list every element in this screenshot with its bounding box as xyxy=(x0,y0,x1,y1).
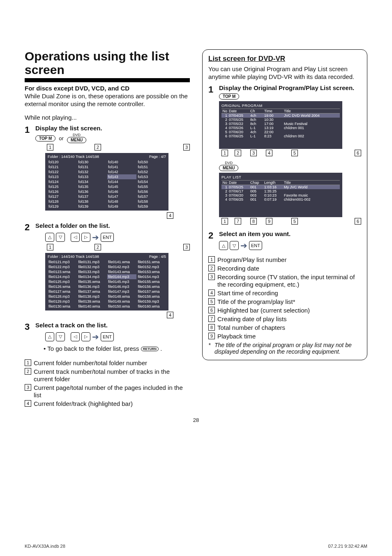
ent-button[interactable]: ENT xyxy=(101,233,114,242)
file-cell: file0156.wma xyxy=(137,284,166,289)
return-button[interactable]: RETURN xyxy=(141,347,159,351)
callout-2: 2 xyxy=(95,144,101,151)
file-cell: file0135.wma xyxy=(78,279,107,284)
down-button[interactable]: ▽ xyxy=(56,233,65,242)
folder-cell: fol147 xyxy=(107,194,136,199)
op-row: 107/04/254ch19:00JVC DVD World 2004 xyxy=(221,114,340,118)
folder-cell: fol138 xyxy=(78,199,107,204)
op-row: 607/06/25L-18:23children 002 xyxy=(221,134,340,138)
menu-button[interactable]: MENU xyxy=(219,165,238,171)
folder-cell: fol139 xyxy=(78,204,107,209)
file-cell: file0129.mp3 xyxy=(48,299,77,304)
legend-item: 1Program/Play list number xyxy=(208,256,361,264)
file-list-screen: Folder : 144/240 Track 144/198 Page : 4/… xyxy=(45,253,168,310)
file-cell: file0138.mp3 xyxy=(78,294,107,299)
right-button[interactable]: ▷ xyxy=(81,332,90,341)
ent-button[interactable]: ENT xyxy=(249,241,262,250)
file-cell: file0151.wma xyxy=(137,259,166,264)
callout-3: 3 xyxy=(183,244,190,250)
folder-cell: fol149 xyxy=(107,204,136,209)
file-cell: file0139.wma xyxy=(78,299,107,304)
ent-button[interactable]: ENT xyxy=(101,332,114,341)
left-button[interactable]: ◁ xyxy=(71,233,80,242)
up-button[interactable]: △ xyxy=(45,332,54,341)
folder-cell: fol135 xyxy=(78,184,107,189)
folder-cell: fol153 xyxy=(137,174,166,179)
file-cell: file0123.wma xyxy=(48,269,77,274)
file-cell: file0132.mp3 xyxy=(78,264,107,269)
topm-button[interactable]: TOP M xyxy=(35,135,55,141)
legend-item: 6Highlighted bar (current selection) xyxy=(208,307,361,314)
file-cell: file0150.wma xyxy=(107,304,136,309)
folder-cell: fol158 xyxy=(137,199,166,204)
file-cell: file0153.wma xyxy=(137,269,166,274)
arrow-icon: ➔ xyxy=(92,332,99,342)
file-cell: file0157.wma xyxy=(137,289,166,294)
left-column: Operations using the list screen For dis… xyxy=(25,49,190,409)
legend-item: 4Current folder/track (highlighted bar) xyxy=(25,400,190,408)
dvd-label: DVD xyxy=(73,133,81,137)
folder-cell: fol148 xyxy=(107,199,136,204)
file-cell: file0127.wma xyxy=(48,289,77,294)
panel-heading: List screen for DVD-VR xyxy=(208,55,361,63)
folder-cell: fol137 xyxy=(78,194,107,199)
file-cell: file0143.wma xyxy=(107,269,136,274)
step-2-title: Select a folder on the list. xyxy=(35,222,110,229)
pl-row: 207/06/170051:35:25 xyxy=(221,189,340,193)
pl-row: 107/05/250011:03:16My JVC World xyxy=(221,185,340,189)
up-button[interactable]: △ xyxy=(45,233,54,242)
file-cell: file0124.mp3 xyxy=(48,274,77,279)
folder-cell: fol122 xyxy=(48,169,77,174)
step-number: 2 xyxy=(25,222,33,233)
page-indicator-2: Page : 4/5 xyxy=(149,255,166,259)
intro-text: While Dual Zone is on, these operations … xyxy=(25,93,190,108)
title-underline xyxy=(25,78,190,82)
left-button[interactable]: ◁ xyxy=(71,332,80,341)
down-button[interactable]: ▽ xyxy=(230,241,239,250)
file-cell: file0146.mp3 xyxy=(107,284,136,289)
legend-item: 5Title of the program/play list* xyxy=(208,298,361,306)
legend-item: 2Current track number/total number of tr… xyxy=(25,368,190,383)
down-button[interactable]: ▽ xyxy=(56,332,65,341)
right-button[interactable]: ▷ xyxy=(81,233,90,242)
folder-cell: fol150 xyxy=(137,160,166,164)
file-cell: file0149.wma xyxy=(107,299,136,304)
file-cell: file0130.wma xyxy=(48,304,77,309)
op-row: 407/05/26L-113:19children 001 xyxy=(221,126,340,130)
legend-item: 7Creating date of play lists xyxy=(208,315,361,323)
legend-list-left: 1Current folder number/total folder numb… xyxy=(25,359,190,408)
file-cell: file0126.wma xyxy=(48,284,77,289)
folder-cell: fol132 xyxy=(78,169,107,174)
folder-cell: fol140 xyxy=(107,160,136,164)
step-number: 2 xyxy=(208,230,217,241)
legend-item: 2Recording date xyxy=(208,265,361,272)
folder-cell: fol156 xyxy=(137,189,166,194)
nav-controls-3: △ ▽ ➔ ENT xyxy=(219,241,361,250)
op-title: ORIGINAL PROGRAM xyxy=(221,103,340,109)
folder-cell: fol120 xyxy=(48,160,77,164)
folder-cell: fol143 xyxy=(107,174,136,179)
menu-button[interactable]: MENU xyxy=(67,137,86,143)
file-cell: file0137.wma xyxy=(78,289,107,294)
folder-cell: fol144 xyxy=(107,179,136,184)
op-callouts: 1 2 3 4 5 6 xyxy=(221,150,361,156)
file-cell: file0148.wma xyxy=(107,294,136,299)
folder-cell: fol131 xyxy=(78,164,107,169)
file-cell: file0158.wma xyxy=(137,294,166,299)
nav-controls: △ ▽ ◁ ▷ ➔ ENT xyxy=(45,232,190,242)
file-cell: file0145.mp3 xyxy=(107,279,136,284)
panel-step-2: 2 Select an item you want. △ ▽ ➔ ENT xyxy=(208,230,361,252)
topm-button[interactable]: TOP M xyxy=(219,93,239,100)
folder-cell: fol159 xyxy=(137,204,166,209)
page-number: 28 xyxy=(25,417,367,423)
op-row: 507/06/204ch22:00 xyxy=(221,130,340,134)
up-button[interactable]: △ xyxy=(219,241,228,250)
folder-cell: fol130 xyxy=(78,160,107,164)
panel-step-2-title: Select an item you want. xyxy=(219,230,291,237)
callout-1: 1 xyxy=(47,144,53,151)
pl-title: PLAY LIST xyxy=(221,174,340,180)
asterisk-note: * The title of the original program or p… xyxy=(208,342,361,355)
pl-row: 307/06/200030:10:23Favorite music xyxy=(221,193,340,197)
step-number: 1 xyxy=(25,125,33,135)
folder-cell: fol134 xyxy=(78,179,107,184)
